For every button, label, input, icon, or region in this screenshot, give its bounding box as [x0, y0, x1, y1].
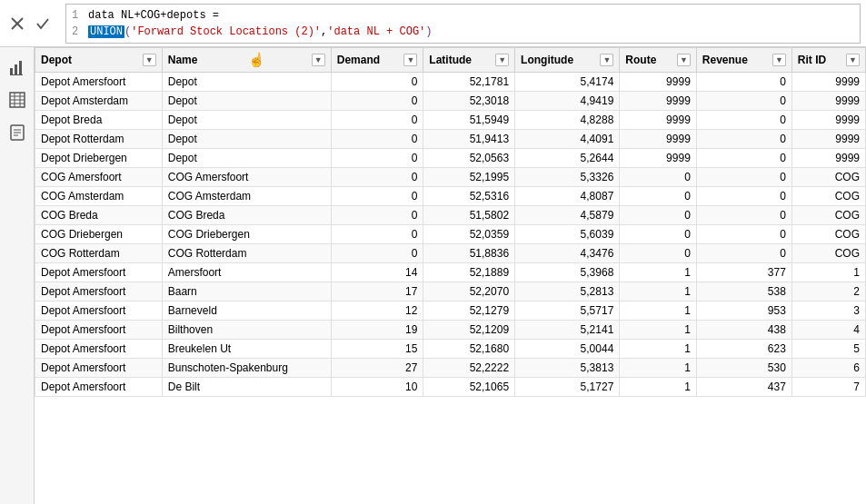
demand-filter-button[interactable]: ▼ — [403, 54, 417, 66]
cursor-hand-indicator: ☝ — [248, 52, 265, 68]
formula-text-2: UNION('Forward Stock Locations (2)','dat… — [88, 24, 433, 40]
cell-revenue: 0 — [696, 130, 791, 149]
cell-route: 9999 — [620, 130, 697, 149]
cell-name: Bilthoven — [162, 321, 331, 340]
cell-rit_id: COG — [791, 168, 865, 187]
cell-longitude: 4,8087 — [515, 187, 620, 206]
cell-longitude: 5,6039 — [515, 225, 620, 244]
notes-icon[interactable] — [5, 120, 30, 145]
cancel-button[interactable] — [5, 12, 29, 35]
table-row: Depot AmersfoortDepot052,17815,417499990… — [35, 73, 866, 92]
svg-rect-3 — [15, 64, 17, 74]
table-icon[interactable] — [5, 87, 30, 113]
chart-icon[interactable] — [5, 54, 30, 80]
cell-demand: 0 — [331, 92, 423, 111]
line-number-2: 2 — [72, 24, 85, 40]
table-row: Depot AmersfoortBaarn1752,20705,28131538… — [35, 282, 866, 301]
cell-revenue: 530 — [696, 359, 791, 378]
formula-line-1: 1 data NL+COG+depots = — [72, 7, 854, 24]
cell-depot: Depot Amersfoort — [35, 378, 163, 397]
left-sidebar — [0, 47, 35, 504]
cell-rit_id: 1 — [791, 263, 865, 282]
main-content: Depot ▼ Name ☝ ▼ Demand ▼ — [35, 47, 866, 504]
cell-depot: Depot Rotterdam — [35, 130, 163, 149]
cell-demand: 0 — [331, 187, 423, 206]
cell-demand: 0 — [331, 111, 423, 130]
cell-revenue: 438 — [696, 321, 791, 340]
depot-filter-button[interactable]: ▼ — [143, 54, 156, 66]
cell-demand: 15 — [331, 340, 423, 359]
cell-latitude: 52,1209 — [423, 321, 515, 340]
cell-latitude: 51,5802 — [423, 206, 515, 225]
cell-rit_id: 9999 — [791, 149, 865, 168]
cell-revenue: 0 — [696, 225, 791, 244]
cell-name: COG Breda — [162, 206, 331, 225]
table-row: Depot BredaDepot051,59494,8288999909999 — [35, 111, 866, 130]
cell-demand: 12 — [331, 301, 423, 321]
cell-depot: Depot Amersfoort — [35, 301, 163, 321]
table-row: COG RotterdamCOG Rotterdam051,88364,3476… — [35, 244, 866, 263]
cell-latitude: 52,0359 — [423, 225, 515, 244]
cell-latitude: 52,1781 — [423, 73, 515, 92]
confirm-button[interactable] — [31, 12, 55, 35]
cell-depot: Depot Amersfoort — [35, 321, 163, 340]
table-row: Depot RotterdamDepot051,94134,4091999909… — [35, 130, 866, 149]
cell-demand: 0 — [331, 149, 423, 168]
cell-demand: 0 — [331, 130, 423, 149]
cell-demand: 14 — [331, 263, 423, 282]
cell-longitude: 5,5717 — [515, 301, 620, 321]
table-body: Depot AmersfoortDepot052,17815,417499990… — [35, 73, 866, 397]
cell-rit_id: 2 — [791, 282, 865, 301]
cell-rit_id: 6 — [791, 359, 865, 378]
table-row: COG DriebergenCOG Driebergen052,03595,60… — [35, 225, 866, 244]
cell-rit_id: COG — [791, 225, 865, 244]
cell-latitude: 51,5949 — [423, 111, 515, 130]
cell-latitude: 52,2222 — [423, 359, 515, 378]
cell-depot: Depot Amersfoort — [35, 73, 163, 92]
cell-longitude: 4,8288 — [515, 111, 620, 130]
svg-rect-5 — [10, 74, 23, 75]
formula-text-1: data NL+COG+depots = — [88, 7, 219, 24]
cell-demand: 0 — [331, 168, 423, 187]
table-row: Depot AmersfoortBarneveld1252,12795,5717… — [35, 301, 866, 321]
cell-name: Barneveld — [162, 301, 331, 321]
cell-name: COG Rotterdam — [162, 244, 331, 263]
cell-depot: Depot Amersfoort — [35, 359, 163, 378]
cell-route: 0 — [620, 225, 697, 244]
cell-rit_id: 9999 — [791, 111, 865, 130]
cell-longitude: 5,3968 — [515, 263, 620, 282]
col-header-demand: Demand ▼ — [331, 48, 423, 73]
cell-route: 1 — [620, 340, 697, 359]
latitude-filter-button[interactable]: ▼ — [495, 54, 509, 66]
name-filter-button[interactable]: ▼ — [312, 54, 325, 66]
cell-rit_id: 9999 — [791, 73, 865, 92]
table-row: Depot AmersfoortBilthoven1952,12095,2141… — [35, 321, 866, 340]
cell-depot: Depot Amersfoort — [35, 263, 163, 282]
longitude-filter-button[interactable]: ▼ — [600, 54, 613, 66]
cell-longitude: 5,4174 — [515, 73, 620, 92]
cell-depot: COG Amsterdam — [35, 187, 163, 206]
col-header-longitude: Longitude ▼ — [515, 48, 620, 73]
cell-rit_id: COG — [791, 244, 865, 263]
cell-demand: 10 — [331, 378, 423, 397]
cell-latitude: 52,1889 — [423, 263, 515, 282]
cell-longitude: 5,2644 — [515, 149, 620, 168]
cell-name: COG Amersfoort — [162, 168, 331, 187]
cell-longitude: 5,1727 — [515, 378, 620, 397]
cell-name: Depot — [162, 92, 331, 111]
cell-latitude: 52,1279 — [423, 301, 515, 321]
cell-route: 1 — [620, 378, 697, 397]
cell-latitude: 52,5316 — [423, 187, 515, 206]
revenue-filter-button[interactable]: ▼ — [772, 54, 786, 66]
ritid-filter-button[interactable]: ▼ — [846, 54, 860, 66]
cell-name: Amersfoort — [162, 263, 331, 282]
cell-route: 1 — [620, 321, 697, 340]
cell-demand: 17 — [331, 282, 423, 301]
cell-route: 9999 — [620, 111, 697, 130]
cell-longitude: 5,2141 — [515, 321, 620, 340]
cell-depot: Depot Driebergen — [35, 149, 163, 168]
formula-bar[interactable]: 1 data NL+COG+depots = 2 UNION('Forward … — [65, 4, 861, 44]
cell-latitude: 51,9413 — [423, 130, 515, 149]
route-filter-button[interactable]: ▼ — [677, 54, 691, 66]
cell-depot: Depot Amersfoort — [35, 340, 163, 359]
